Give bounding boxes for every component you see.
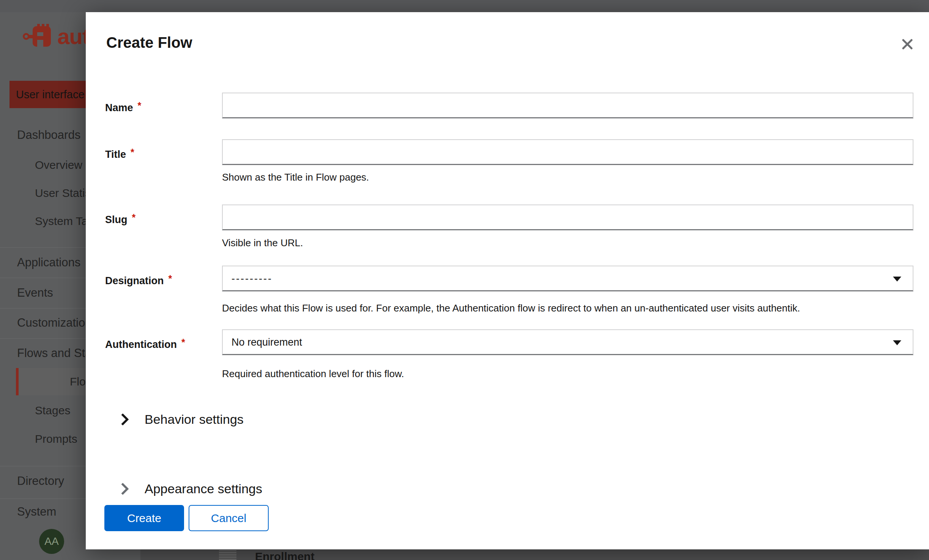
create-flow-modal: Create Flow Name* Title* Shown as the Ti…: [86, 12, 929, 549]
user-avatar[interactable]: AA: [39, 529, 64, 554]
authentication-select[interactable]: No requirement: [222, 329, 913, 355]
slug-help-text: Visible in the URL.: [222, 236, 303, 249]
top-bar: [0, 0, 929, 12]
slug-input[interactable]: [222, 204, 913, 230]
dropdown-caret-icon: [893, 340, 901, 345]
designation-selected-value: ---------: [231, 273, 272, 284]
designation-label-text: Designation: [105, 275, 164, 286]
authentication-required-asterisk: *: [181, 337, 185, 348]
behavior-settings-label: Behavior settings: [145, 412, 244, 427]
authentication-label: Authentication*: [105, 329, 185, 355]
authentication-selected-value: No requirement: [231, 337, 302, 348]
slug-label: Slug*: [105, 204, 135, 230]
appearance-settings-label: Appearance settings: [145, 481, 262, 496]
chevron-right-icon: [117, 413, 129, 426]
authentication-help-text: Required authentication level for this f…: [222, 367, 404, 380]
appearance-settings-toggle[interactable]: Appearance settings: [118, 477, 262, 500]
screen: authentik User interface Dashboards Over…: [0, 0, 929, 560]
designation-required-asterisk: *: [168, 273, 172, 284]
name-label: Name*: [105, 93, 141, 118]
create-button[interactable]: Create: [104, 505, 184, 531]
authentik-logo-icon: [23, 24, 53, 49]
title-required-asterisk: *: [131, 147, 134, 157]
name-label-text: Name: [105, 102, 133, 113]
designation-label: Designation*: [105, 266, 172, 291]
modal-title: Create Flow: [106, 34, 192, 51]
name-input[interactable]: [222, 93, 913, 118]
authentication-label-text: Authentication: [105, 339, 177, 350]
close-button[interactable]: [899, 36, 916, 52]
behavior-settings-toggle[interactable]: Behavior settings: [118, 408, 244, 431]
title-input[interactable]: [222, 139, 913, 165]
cancel-button[interactable]: Cancel: [189, 505, 269, 531]
title-label: Title*: [105, 139, 134, 165]
designation-select[interactable]: ---------: [222, 266, 913, 291]
name-required-asterisk: *: [138, 100, 142, 111]
chevron-right-icon: [117, 483, 129, 495]
slug-required-asterisk: *: [132, 212, 136, 223]
title-help-text: Shown as the Title in Flow pages.: [222, 171, 369, 184]
background-enrollment-row-label: Enrollment: [255, 550, 315, 560]
slug-label-text: Slug: [105, 214, 128, 225]
designation-help-text: Decides what this Flow is used for. For …: [222, 302, 800, 315]
dropdown-caret-icon: [893, 277, 901, 282]
title-label-text: Title: [105, 149, 126, 160]
background-table-fragment: [219, 550, 236, 560]
